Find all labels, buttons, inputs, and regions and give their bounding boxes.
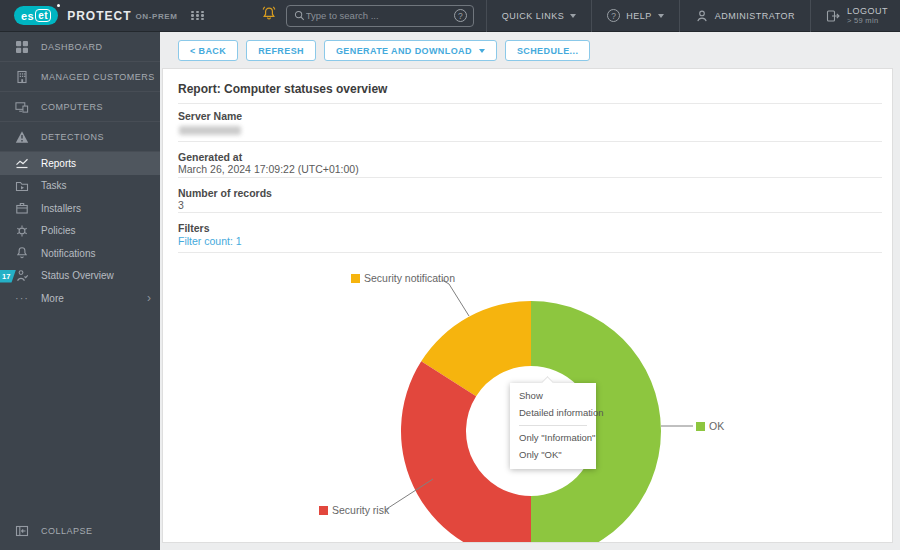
sidebar-item-detections[interactable]: DETECTIONS <box>0 122 160 152</box>
content-area: < BACK REFRESH GENERATE AND DOWNLOAD SCH… <box>160 32 900 550</box>
logo-text-right: et <box>35 9 51 22</box>
quick-links-label: QUICK LINKS <box>502 11 565 21</box>
dashboard-icon <box>15 40 29 54</box>
sidebar-item-computers[interactable]: COMPUTERS <box>0 92 160 122</box>
user-icon <box>695 9 709 23</box>
registered-mark-icon <box>57 4 60 7</box>
sidebar-item-label: MANAGED CUSTOMERS <box>41 72 155 82</box>
field-label-generated-at: Generated at <box>178 151 242 163</box>
user-menu[interactable]: ADMINISTRATOR <box>679 0 810 32</box>
user-label: ADMINISTRATOR <box>715 11 795 21</box>
help-menu[interactable]: ? HELP <box>591 0 679 32</box>
report-panel: Report: Computer statuses overview Serve… <box>162 68 893 543</box>
topbar: eset PROTECT ON-PREM ? QUICK L <box>0 0 900 32</box>
sidebar-item-managed-customers[interactable]: MANAGED CUSTOMERS <box>0 62 160 92</box>
field-value-number-of-records: 3 <box>178 199 184 211</box>
field-value-generated-at: March 26, 2024 17:09:22 (UTC+01:00) <box>178 163 359 175</box>
divider <box>178 141 882 142</box>
sidebar-item-notifications[interactable]: Notifications <box>0 242 160 265</box>
installers-box-icon <box>15 201 29 215</box>
filter-count-link[interactable]: Filter count: 1 <box>178 235 242 247</box>
search-help-icon[interactable]: ? <box>454 9 467 22</box>
eset-logo-pill: eset <box>14 6 58 25</box>
logo-text-left: es <box>21 10 34 22</box>
report-title: Report: Computer statuses overview <box>178 82 387 96</box>
eset-logo: eset PROTECT ON-PREM <box>14 6 177 25</box>
chart-label-ok: OK <box>696 420 724 432</box>
gear-icon <box>15 224 29 238</box>
sidebar-item-dashboard[interactable]: DASHBOARD <box>0 32 160 62</box>
sidebar-item-policies[interactable]: Policies <box>0 220 160 243</box>
logout-timeout: > 59 min <box>847 16 888 26</box>
tasks-folder-icon <box>15 179 29 193</box>
collapse-icon <box>15 524 29 538</box>
chevron-right-icon: › <box>147 291 151 305</box>
chevron-down-icon <box>658 14 664 18</box>
field-label-filters: Filters <box>178 222 210 234</box>
sidebar-item-label: Notifications <box>41 248 95 259</box>
global-search[interactable]: ? <box>286 5 474 27</box>
sidebar-item-reports[interactable]: Reports <box>0 152 160 175</box>
field-label-number-of-records: Number of records <box>178 187 272 199</box>
sidebar-item-label: COMPUTERS <box>41 102 103 112</box>
help-label: HELP <box>626 11 652 21</box>
sidebar: DASHBOARD MANAGED CUSTOMERS <box>0 32 160 550</box>
sidebar-item-label: Policies <box>41 225 75 236</box>
field-label-server-name: Server Name <box>178 110 242 122</box>
apps-grid-icon[interactable] <box>191 11 205 21</box>
warning-triangle-icon <box>15 130 29 144</box>
bell-icon <box>15 246 29 260</box>
sidebar-item-label: DASHBOARD <box>41 42 103 52</box>
status-overview-icon <box>15 269 29 283</box>
sidebar-item-label: Tasks <box>41 180 67 191</box>
divider <box>178 177 882 178</box>
sidebar-item-installers[interactable]: Installers <box>0 197 160 220</box>
legend-swatch-security-risk <box>319 506 328 515</box>
computers-icon <box>15 100 29 114</box>
callout-line-security-notification <box>442 280 469 316</box>
sidebar-item-label: Status Overview <box>41 270 114 281</box>
menu-item-only-information[interactable]: Only "Information" <box>510 430 596 447</box>
sidebar-item-label: Reports <box>41 158 76 169</box>
legend-swatch-security-notification <box>351 274 360 283</box>
refresh-button[interactable]: REFRESH <box>246 40 316 61</box>
chevron-down-icon <box>570 14 576 18</box>
collapse-label: COLLAPSE <box>41 526 93 536</box>
menu-divider <box>519 425 587 426</box>
help-icon: ? <box>607 9 620 22</box>
logout-button[interactable]: LOGOUT > 59 min <box>810 0 900 32</box>
more-dots-icon: ··· <box>15 291 29 305</box>
chevron-down-icon <box>479 49 485 53</box>
schedule-button[interactable]: SCHEDULE... <box>505 40 590 61</box>
sidebar-item-label: DETECTIONS <box>41 132 104 142</box>
back-button[interactable]: < BACK <box>178 40 238 61</box>
chart-context-menu: Show Detailed information Only "Informat… <box>510 383 596 469</box>
legend-swatch-ok <box>696 422 705 431</box>
menu-item-show[interactable]: Show <box>510 388 596 405</box>
menu-item-only-ok[interactable]: Only "OK" <box>510 447 596 464</box>
building-icon <box>15 70 29 84</box>
reports-chart-icon <box>15 156 29 170</box>
menu-item-detailed-information[interactable]: Detailed information <box>510 405 596 422</box>
search-icon <box>293 9 306 22</box>
logout-icon <box>826 9 841 23</box>
product-name: PROTECT <box>67 9 131 23</box>
sidebar-item-status-overview[interactable]: 17 Status Overview <box>0 265 160 288</box>
report-toolbar: < BACK REFRESH GENERATE AND DOWNLOAD SCH… <box>178 40 590 61</box>
status-overview-badge: 17 <box>0 270 16 283</box>
divider <box>178 103 882 104</box>
sidebar-item-label: More <box>41 293 64 304</box>
divider <box>178 212 882 213</box>
generate-and-download-button[interactable]: GENERATE AND DOWNLOAD <box>324 40 497 61</box>
chart-label-security-risk: Security risk <box>319 504 389 516</box>
alarm-bell-icon[interactable] <box>260 4 278 28</box>
sidebar-collapse-button[interactable]: COLLAPSE <box>0 520 160 542</box>
sidebar-item-more[interactable]: ··· More › <box>0 287 160 310</box>
chart-label-security-notification: Security notification <box>351 272 455 284</box>
search-input[interactable] <box>306 10 454 21</box>
logout-label: LOGOUT <box>847 6 888 16</box>
sidebar-item-tasks[interactable]: Tasks <box>0 175 160 198</box>
divider <box>178 252 882 253</box>
product-edition: ON-PREM <box>136 12 178 21</box>
quick-links-menu[interactable]: QUICK LINKS <box>486 0 592 32</box>
